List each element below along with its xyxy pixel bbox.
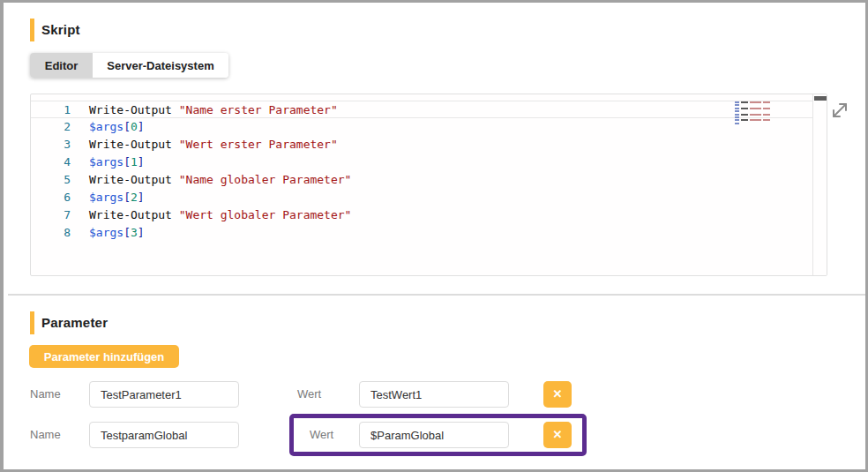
code-text: $args[3] — [71, 224, 145, 242]
editor-minimap[interactable] — [735, 101, 774, 125]
name-label: Name — [30, 381, 61, 408]
remove-parameter-button[interactable]: ✕ — [543, 381, 572, 408]
code-line[interactable]: 4$args[1] — [31, 154, 812, 171]
code-line[interactable]: 8$args[3] — [31, 224, 812, 242]
minimap-line — [735, 101, 774, 103]
line-number: 3 — [31, 136, 71, 154]
skript-section-header: Skript — [30, 18, 80, 41]
parameter-section-header: Parameter — [30, 311, 108, 334]
code-area: 1Write-Output "Name erster Parameter" 2$… — [31, 101, 812, 242]
scrollbar-thumb[interactable] — [814, 96, 827, 101]
code-text: $args[1] — [71, 154, 145, 171]
parameter-title: Parameter — [41, 315, 108, 330]
remove-parameter-button[interactable]: ✕ — [543, 422, 572, 448]
tab-editor[interactable]: Editor — [30, 53, 93, 78]
wert-label: Wert — [310, 422, 333, 448]
code-line[interactable]: 2$args[0] — [31, 118, 812, 136]
minimap-line — [735, 114, 774, 116]
minimap-line — [735, 110, 774, 112]
expand-editor-button[interactable] — [829, 100, 850, 121]
code-editor[interactable]: 1Write-Output "Name erster Parameter" 2$… — [30, 94, 827, 276]
wert-label: Wert — [297, 381, 321, 408]
editor-scrollbar[interactable] — [812, 94, 827, 275]
minimap-line — [735, 116, 774, 118]
code-line[interactable]: 3Write-Output "Wert erster Parameter" — [31, 136, 812, 154]
code-text: Write-Output "Wert erster Parameter" — [71, 136, 338, 154]
skript-title: Skript — [41, 22, 80, 37]
minimap-line — [735, 104, 774, 106]
code-text: Write-Output "Wert globaler Parameter" — [71, 206, 351, 224]
param-name-input[interactable] — [89, 422, 239, 448]
code-line[interactable]: 7Write-Output "Wert globaler Parameter" — [31, 206, 812, 224]
minimap-line — [735, 108, 774, 109]
line-number: 1 — [31, 101, 71, 117]
line-number: 4 — [31, 154, 71, 171]
code-text: Write-Output "Name erster Parameter" — [71, 101, 338, 117]
section-divider — [8, 294, 867, 296]
minimap-line — [735, 119, 774, 121]
minimap-line — [735, 123, 774, 124]
code-text: $args[0] — [71, 118, 145, 136]
line-number: 5 — [31, 171, 71, 189]
code-text: Write-Output "Name globaler Parameter" — [71, 171, 351, 189]
code-line[interactable]: 1Write-Output "Name erster Parameter" — [31, 101, 812, 118]
expand-icon — [829, 100, 850, 121]
add-parameter-button[interactable]: Parameter hinzufügen — [29, 345, 179, 368]
param-wert-input[interactable] — [359, 381, 509, 408]
code-line[interactable]: 5Write-Output "Name globaler Parameter" — [31, 171, 812, 189]
line-number: 8 — [31, 224, 71, 242]
param-name-input[interactable] — [89, 381, 239, 408]
app-window: Skript Editor Server-Dateisystem 1Write-… — [0, 0, 868, 472]
tab-server-dateisystem[interactable]: Server-Dateisystem — [93, 53, 228, 78]
code-text: $args[2] — [71, 189, 145, 206]
name-label: Name — [30, 422, 61, 448]
accent-bar — [30, 311, 34, 334]
line-number: 6 — [31, 189, 71, 206]
accent-bar — [30, 19, 34, 41]
script-source-tabs: Editor Server-Dateisystem — [30, 53, 228, 78]
line-number: 7 — [31, 206, 71, 224]
param-wert-input[interactable] — [359, 422, 509, 448]
code-line[interactable]: 6$args[2] — [31, 189, 812, 206]
line-number: 2 — [31, 118, 71, 136]
